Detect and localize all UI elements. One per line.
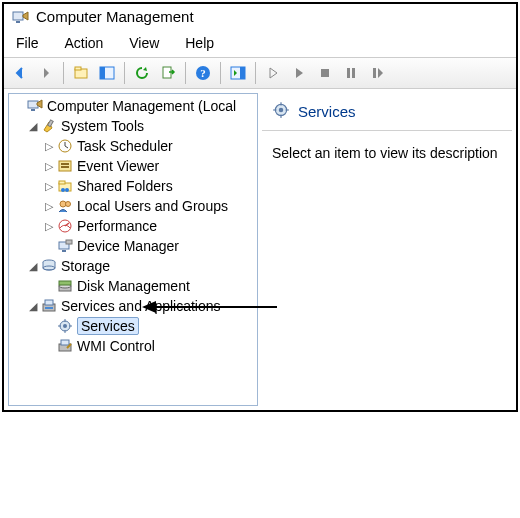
window-title: Computer Management (36, 8, 194, 25)
detail-pane: Services Select an item to view its desc… (262, 93, 512, 406)
disk-management-icon (57, 278, 73, 294)
event-viewer-label: Event Viewer (77, 158, 159, 174)
svg-point-24 (61, 188, 65, 192)
blank-twisty (43, 240, 55, 252)
svg-rect-38 (45, 300, 53, 305)
toolbar-separator (124, 62, 125, 84)
task-scheduler-label: Task Scheduler (77, 138, 173, 154)
help-button[interactable]: ? (191, 61, 215, 85)
collapsed-twisty-icon[interactable]: ▷ (43, 220, 55, 232)
toolbar-separator (220, 62, 221, 84)
detail-header-title: Services (298, 103, 356, 120)
shared-folders-icon (57, 178, 73, 194)
pause-button[interactable] (339, 61, 363, 85)
back-button[interactable] (8, 61, 32, 85)
expanded-twisty-icon[interactable]: ◢ (27, 300, 39, 312)
collapsed-twisty-icon[interactable]: ▷ (43, 180, 55, 192)
app-window: Computer Management File Action View Hel… (2, 2, 518, 412)
tree-storage[interactable]: ◢ Storage (9, 256, 257, 276)
blank-twisty (43, 320, 55, 332)
tree-services[interactable]: Services (9, 316, 257, 336)
tree-root-label: Computer Management (Local (47, 98, 236, 114)
svg-point-49 (279, 108, 284, 113)
svg-rect-14 (373, 68, 376, 78)
wmi-control-label: WMI Control (77, 338, 155, 354)
expanded-twisty-icon[interactable]: ◢ (27, 120, 39, 132)
device-manager-icon (57, 238, 73, 254)
titlebar: Computer Management (4, 4, 516, 29)
svg-rect-31 (66, 240, 72, 244)
svg-rect-47 (61, 340, 69, 345)
menu-file[interactable]: File (10, 33, 45, 53)
menu-view[interactable]: View (123, 33, 165, 53)
svg-rect-11 (321, 69, 329, 77)
svg-rect-20 (61, 163, 69, 165)
console-tree-button[interactable] (95, 61, 119, 85)
svg-rect-13 (352, 68, 355, 78)
tree-performance[interactable]: ▷ Performance (9, 216, 257, 236)
svg-point-25 (65, 188, 69, 192)
svg-text:?: ? (200, 67, 206, 79)
svg-rect-17 (48, 120, 54, 127)
start-service-button[interactable] (261, 61, 285, 85)
tree-local-users-groups[interactable]: ▷ Local Users and Groups (9, 196, 257, 216)
collapsed-twisty-icon[interactable]: ▷ (43, 140, 55, 152)
tree-wmi-control[interactable]: WMI Control (9, 336, 257, 356)
svg-rect-36 (59, 281, 71, 285)
tree-services-applications[interactable]: ◢ Services and Applications (9, 296, 257, 316)
svg-point-41 (63, 324, 67, 328)
play-button[interactable] (287, 61, 311, 85)
disk-management-label: Disk Management (77, 278, 190, 294)
collapsed-twisty-icon[interactable]: ▷ (43, 160, 55, 172)
detail-header: Services (262, 93, 512, 131)
stop-button[interactable] (313, 61, 337, 85)
blank-twisty (13, 100, 25, 112)
svg-rect-10 (240, 67, 245, 79)
refresh-button[interactable] (130, 61, 154, 85)
tree-pane: Computer Management (Local ◢ System Tool… (8, 93, 258, 406)
event-viewer-icon (57, 158, 73, 174)
forward-button[interactable] (34, 61, 58, 85)
up-button[interactable] (69, 61, 93, 85)
system-tools-label: System Tools (61, 118, 144, 134)
toolbar-separator (63, 62, 64, 84)
storage-label: Storage (61, 258, 110, 274)
menu-help[interactable]: Help (179, 33, 220, 53)
restart-button[interactable] (365, 61, 389, 85)
users-icon (57, 198, 73, 214)
blank-twisty (43, 340, 55, 352)
tree-event-viewer[interactable]: ▷ Event Viewer (9, 156, 257, 176)
services-gear-icon (57, 318, 73, 334)
svg-rect-3 (75, 67, 81, 70)
svg-rect-21 (61, 166, 69, 168)
menu-action[interactable]: Action (58, 33, 109, 53)
svg-rect-39 (45, 307, 53, 309)
toolbar-separator (185, 62, 186, 84)
blank-twisty (43, 280, 55, 292)
system-tools-icon (41, 118, 57, 134)
toolbar: ? (4, 58, 516, 89)
expanded-twisty-icon[interactable]: ◢ (27, 260, 39, 272)
svg-rect-12 (347, 68, 350, 78)
content-area: Computer Management (Local ◢ System Tool… (4, 89, 516, 410)
device-manager-label: Device Manager (77, 238, 179, 254)
tree-task-scheduler[interactable]: ▷ Task Scheduler (9, 136, 257, 156)
services-apps-label: Services and Applications (61, 298, 221, 314)
svg-point-27 (66, 202, 71, 207)
svg-rect-5 (100, 67, 105, 79)
svg-rect-23 (59, 181, 65, 184)
tree-system-tools[interactable]: ◢ System Tools (9, 116, 257, 136)
menubar: File Action View Help (4, 29, 516, 58)
collapsed-twisty-icon[interactable]: ▷ (43, 200, 55, 212)
svg-rect-16 (31, 109, 35, 111)
tree-root[interactable]: Computer Management (Local (9, 96, 257, 116)
actionpane-button[interactable] (226, 61, 250, 85)
app-icon (12, 9, 30, 25)
detail-body-text: Select an item to view its description (262, 131, 512, 175)
wmi-control-icon (57, 338, 73, 354)
export-button[interactable] (156, 61, 180, 85)
tree-device-manager[interactable]: Device Manager (9, 236, 257, 256)
tree-disk-management[interactable]: Disk Management (9, 276, 257, 296)
tree-shared-folders[interactable]: ▷ Shared Folders (9, 176, 257, 196)
computer-management-icon (27, 98, 43, 114)
